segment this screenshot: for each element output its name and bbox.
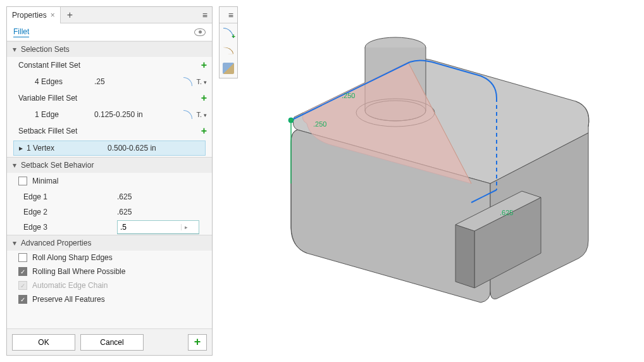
edge2-row: Edge 2 .625 — [7, 204, 212, 220]
stepper-icon[interactable]: ▸ — [181, 224, 191, 230]
checkbox[interactable] — [18, 267, 27, 276]
section-label: Advanced Properties — [21, 239, 208, 247]
type-dropdown[interactable]: T. ▾ — [196, 78, 207, 85]
edge3-input[interactable]: ▸ — [117, 220, 199, 234]
tab-bar: Properties × + ≡ — [7, 7, 212, 23]
visibility-icon[interactable] — [194, 28, 206, 36]
constant-edges: 4 Edges — [12, 77, 94, 86]
section-label: Setback Set Behavior — [21, 161, 208, 170]
section-advanced[interactable]: ▾ Advanced Properties — [7, 235, 212, 251]
edge1-label: Edge 1 — [23, 192, 117, 201]
edge2-label: Edge 2 — [23, 208, 117, 216]
variable-label: Variable Fillet Set — [12, 94, 94, 103]
minimal-label: Minimal — [32, 177, 58, 185]
checkbox — [18, 281, 27, 290]
edge3-row: Edge 3 ▸ — [7, 220, 212, 235]
add-set-icon[interactable]: + — [201, 125, 207, 137]
constant-fillet-set-header: Constant Fillet Set + — [7, 57, 212, 73]
chevron-down-icon: ▾ — [11, 239, 18, 247]
setback-vertex-row[interactable]: ▸ 1 Vertex 0.500-0.625 in — [13, 140, 206, 156]
dim-label: .250 — [313, 120, 326, 128]
ok-button[interactable]: OK — [12, 334, 75, 351]
add-set-icon[interactable]: + — [201, 59, 207, 71]
tab-label: Properties — [12, 11, 47, 20]
dim-label: .250 — [342, 92, 355, 99]
edge1-value[interactable]: .625 — [117, 192, 207, 201]
edge1-row: Edge 1 .625 — [7, 189, 212, 204]
minimal-checkbox-row[interactable]: Minimal — [7, 173, 212, 189]
menu-icon[interactable]: ≡ — [197, 10, 212, 20]
variable-fillet-row[interactable]: 1 Edge 0.125-0.250 in T. ▾ — [7, 106, 212, 123]
add-variable-fillet-icon[interactable] — [223, 45, 234, 56]
section-setback-behavior[interactable]: ▾ Setback Set Behavior — [7, 157, 212, 173]
mini-menu-icon[interactable]: ≡ — [220, 7, 237, 23]
checkbox[interactable] — [18, 295, 27, 304]
setback-value: 0.500-0.625 in — [108, 144, 200, 153]
checkbox[interactable] — [18, 253, 27, 262]
setback-label: Setback Fillet Set — [12, 127, 94, 135]
variable-value: 0.125-0.250 in — [94, 110, 170, 119]
add-set-icon[interactable]: + — [201, 92, 207, 104]
roll-sharp-row[interactable]: Roll Along Sharp Edges — [7, 251, 212, 265]
section-label: Selection Sets — [21, 45, 208, 54]
feature-header: Fillet — [7, 23, 212, 41]
section-selection-sets[interactable]: ▾ Selection Sets — [7, 41, 212, 57]
rolling-ball-row[interactable]: Rolling Ball Where Possible — [7, 265, 212, 278]
auto-chain-label: Automatic Edge Chain — [32, 281, 108, 290]
chevron-down-icon: ▾ — [11, 161, 18, 170]
roll-sharp-label: Roll Along Sharp Edges — [32, 253, 113, 262]
preserve-label: Preserve All Features — [32, 295, 105, 304]
chevron-down-icon: ▾ — [11, 45, 18, 54]
preserve-row[interactable]: Preserve All Features — [7, 292, 212, 306]
auto-chain-row: Automatic Edge Chain — [7, 278, 212, 292]
checkbox[interactable] — [18, 177, 27, 185]
rolling-ball-label: Rolling Ball Where Possible — [32, 267, 125, 276]
panel-footer: OK Cancel + — [7, 328, 212, 355]
add-feature-button[interactable]: + — [188, 334, 207, 351]
tab-properties[interactable]: Properties × — [7, 7, 61, 23]
type-dropdown[interactable]: T. ▾ — [196, 111, 207, 118]
constant-value: .25 — [94, 77, 170, 86]
fillet-arc-icon — [183, 77, 192, 86]
feature-name[interactable]: Fillet — [13, 27, 29, 37]
add-setback-icon[interactable] — [223, 63, 234, 74]
dim-label: .625 — [500, 209, 513, 216]
model-viewport[interactable]: .250 .250 .625 — [247, 25, 633, 348]
add-tab-button[interactable]: + — [61, 9, 79, 21]
cancel-button[interactable]: Cancel — [80, 334, 144, 351]
mini-toolbar: ≡ + — [219, 6, 238, 78]
setback-vertex: 1 Vertex — [27, 144, 54, 153]
add-constant-fillet-icon[interactable]: + — [223, 27, 234, 39]
properties-panel: Properties × + ≡ Fillet ▾ Selection Sets… — [6, 6, 213, 356]
setback-fillet-set-header: Setback Fillet Set + — [7, 123, 212, 139]
constant-label: Constant Fillet Set — [12, 61, 94, 70]
edge2-value[interactable]: .625 — [117, 208, 207, 216]
fillet-arc-icon — [183, 110, 192, 119]
edge3-label: Edge 3 — [23, 223, 117, 232]
variable-edges: 1 Edge — [12, 110, 94, 119]
constant-fillet-row[interactable]: 4 Edges .25 T. ▾ — [7, 73, 212, 90]
selection-pointer-icon: ▸ — [19, 144, 23, 153]
variable-fillet-set-header: Variable Fillet Set + — [7, 90, 212, 106]
edge3-field[interactable] — [118, 222, 181, 233]
close-icon[interactable]: × — [51, 11, 55, 20]
